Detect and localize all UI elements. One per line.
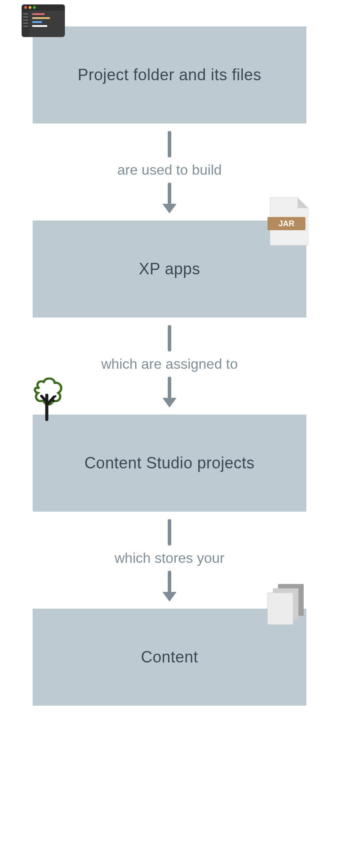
connector-1: are used to build bbox=[117, 123, 222, 221]
arrow-line-icon bbox=[168, 571, 171, 593]
arrow-head-icon bbox=[162, 592, 177, 602]
node-content-studio-projects: Content Studio projects bbox=[33, 415, 306, 512]
connector-2: which are assigned to bbox=[101, 318, 238, 415]
connector-label: which stores your bbox=[115, 550, 225, 566]
arrow-head-icon bbox=[162, 204, 177, 213]
code-editor-icon bbox=[22, 4, 65, 37]
arrow-line-icon bbox=[168, 325, 171, 352]
arrow-line-icon bbox=[168, 131, 171, 157]
node-xp-apps: JAR XP apps bbox=[33, 221, 306, 318]
svg-rect-4 bbox=[267, 593, 293, 625]
documents-icon bbox=[265, 582, 306, 626]
arrow-line-icon bbox=[168, 377, 171, 399]
connector-3: which stores your bbox=[115, 512, 225, 609]
arrow-head-icon bbox=[162, 398, 177, 408]
connector-label: are used to build bbox=[117, 162, 222, 178]
tree-icon bbox=[28, 378, 68, 422]
svg-text:JAR: JAR bbox=[279, 219, 294, 228]
node-project-folder: Project folder and its files bbox=[33, 26, 306, 123]
node-label: Project folder and its files bbox=[78, 66, 261, 84]
connector-label: which are assigned to bbox=[101, 356, 238, 372]
node-label: XP apps bbox=[139, 260, 200, 278]
node-label: Content bbox=[141, 648, 198, 666]
jar-file-icon: JAR bbox=[267, 196, 311, 248]
node-content: Content bbox=[33, 609, 306, 706]
arrow-line-icon bbox=[168, 183, 171, 205]
node-label: Content Studio projects bbox=[84, 454, 255, 472]
arrow-line-icon bbox=[168, 519, 171, 546]
